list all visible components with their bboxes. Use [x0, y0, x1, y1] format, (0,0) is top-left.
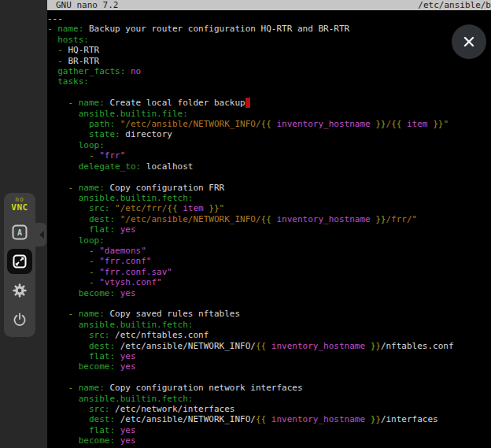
code-line: - "frr" — [47, 150, 491, 161]
power-button[interactable] — [7, 307, 32, 332]
terminal-window: GNU nano 7.2 /etc/ansible/b ---- name: B… — [47, 0, 491, 448]
code-line: src: /etc/network/interfaces — [47, 404, 491, 414]
fullscreen-button[interactable] — [7, 249, 32, 274]
code-line: dest: /etc/ansible/NETWORK_INFO/{{ inven… — [47, 414, 491, 424]
code-line: gather_facts: no — [47, 66, 491, 76]
code-line: state: directory — [47, 129, 491, 139]
code-line: ansible.builtin.fetch: — [47, 320, 491, 330]
gear-icon — [11, 282, 28, 299]
code-line: - HQ-RTR — [47, 45, 491, 55]
screen: no VNC A — [0, 0, 491, 448]
code-line — [47, 172, 491, 182]
code-line: dest: /etc/ansible/NETWORK_INFO/{{ inven… — [47, 341, 491, 351]
novnc-logo-bottom: VNC — [11, 203, 28, 212]
code-line: delegate_to: localhost — [47, 161, 491, 172]
novnc-logo: no VNC — [11, 197, 28, 212]
code-line: become: yes — [47, 361, 491, 372]
code-line: src: "/etc/frr/{{ item }}" — [47, 203, 491, 213]
code-line: hosts: — [47, 35, 491, 45]
svg-text:A: A — [17, 228, 22, 237]
code-line: path: "/etc/ansible/NETWORK_INFO/{{ inve… — [47, 119, 491, 129]
code-line — [47, 87, 491, 98]
code-line: become: yes — [47, 288, 491, 298]
code-line — [47, 372, 491, 383]
code-line: ansible.builtin.file: — [47, 109, 491, 119]
code-line: - "vtysh.conf" — [47, 277, 491, 287]
nano-file-path: /etc/ansible/b — [418, 0, 491, 10]
code-line — [47, 298, 491, 309]
control-bar-handle[interactable] — [35, 223, 46, 246]
editor-content[interactable]: ---- name: Backup your router configurat… — [47, 10, 491, 445]
code-line: - "frr.conf" — [47, 256, 491, 266]
code-line: src: /etc/nftables.conf — [47, 330, 491, 340]
code-line: loop: — [47, 140, 491, 150]
code-line: - name: Copy configuration FRR — [47, 183, 491, 193]
code-line: - name: Create local folder backup — [47, 98, 491, 108]
code-line: tasks: — [47, 76, 491, 87]
nano-titlebar: GNU nano 7.2 /etc/ansible/b — [47, 0, 491, 10]
power-icon — [11, 311, 28, 328]
code-line: flat: yes — [47, 224, 491, 235]
code-line: - "daemons" — [47, 246, 491, 256]
text-cursor — [246, 98, 251, 108]
code-line: flat: yes — [47, 425, 491, 435]
extra-keys-button[interactable]: A — [7, 220, 32, 245]
code-line: flat: yes — [47, 351, 491, 361]
close-button[interactable] — [452, 24, 486, 59]
code-line: - BR-RTR — [47, 56, 491, 66]
novnc-control-bar: no VNC A — [4, 193, 35, 337]
code-line: - "frr.conf.sav" — [47, 267, 491, 277]
settings-button[interactable] — [7, 278, 32, 303]
code-line: - name: Backup your router configuration… — [47, 24, 491, 34]
nano-app-title: GNU nano 7.2 — [56, 0, 118, 10]
chevron-left-icon — [35, 231, 44, 239]
close-icon — [461, 34, 477, 50]
keyboard-a-icon: A — [10, 223, 29, 242]
code-line: - name: Copy saved rules nftables — [47, 309, 491, 319]
code-line: become: yes — [47, 435, 491, 445]
code-line: --- — [47, 13, 491, 24]
code-line: ansible.builtin.fetch: — [47, 193, 491, 203]
code-line: ansible.builtin.fetch: — [47, 394, 491, 404]
code-line: dest: "/etc/ansible/NETWORK_INFO/{{ inve… — [47, 214, 491, 224]
fullscreen-icon — [10, 252, 29, 271]
code-line: - name: Copy configuration network inter… — [47, 383, 491, 393]
code-line: loop: — [47, 235, 491, 246]
